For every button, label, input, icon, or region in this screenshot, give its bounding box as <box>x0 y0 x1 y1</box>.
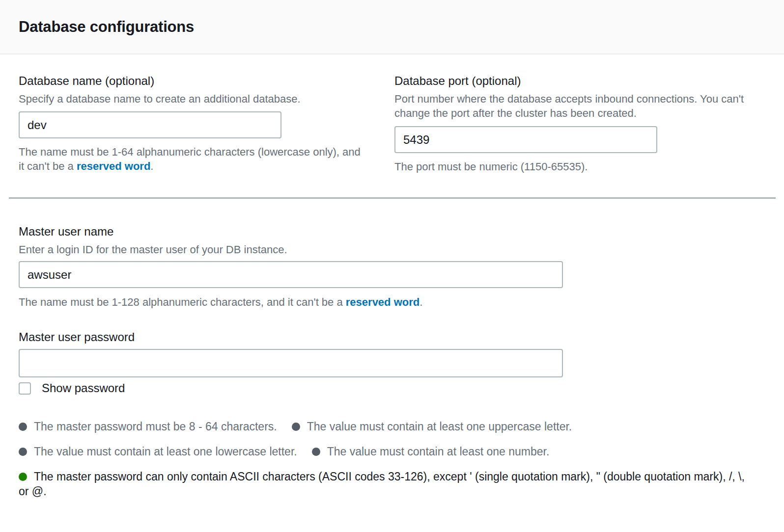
password-rule-item: The value must contain at least one lowe… <box>19 444 297 459</box>
database-port-label: Database port (optional) <box>394 74 752 88</box>
master-user-password-input[interactable] <box>19 349 563 377</box>
master-user-section: Master user name Enter a login ID for th… <box>19 224 746 396</box>
database-port-hint: The port must be numeric (1150-65535). <box>394 160 752 174</box>
master-user-name-label: Master user name <box>19 224 746 239</box>
bullet-icon <box>19 473 27 481</box>
section-divider <box>9 197 776 199</box>
password-rule-item: The master password can only contain ASC… <box>19 469 746 499</box>
database-name-field: Database name (optional) Specify a datab… <box>19 74 367 173</box>
show-password-label[interactable]: Show password <box>42 381 125 396</box>
panel-header: Database configurations <box>0 0 784 54</box>
database-name-input[interactable] <box>19 111 281 138</box>
show-password-checkbox[interactable] <box>19 382 31 395</box>
reserved-word-link[interactable]: reserved word <box>346 296 420 308</box>
bullet-icon <box>292 423 300 431</box>
database-port-field: Database port (optional) Port number whe… <box>394 74 752 174</box>
database-name-description: Specify a database name to create an add… <box>19 92 367 106</box>
hint-text-end: . <box>420 296 422 308</box>
database-name-label: Database name (optional) <box>19 74 367 88</box>
bullet-icon <box>312 448 320 456</box>
database-name-hint: The name must be 1-64 alphanumeric chara… <box>19 145 367 173</box>
bullet-icon <box>19 448 27 456</box>
password-rule-item: The value must contain at least one uppe… <box>292 419 572 434</box>
database-port-input[interactable] <box>394 126 657 153</box>
database-configurations-panel: Database configurations Database name (o… <box>0 0 784 532</box>
master-user-name-description: Enter a login ID for the master user of … <box>19 242 746 257</box>
hint-text: The name must be 1-64 alphanumeric chara… <box>19 146 361 172</box>
password-rule-item: The value must contain at least one numb… <box>312 444 550 459</box>
master-user-password-label: Master user password <box>19 330 746 345</box>
panel-title: Database configurations <box>19 18 194 36</box>
hint-text-end: . <box>150 160 153 172</box>
master-user-name-hint: The name must be 1-128 alphanumeric char… <box>19 295 746 309</box>
master-user-name-input[interactable] <box>19 261 563 288</box>
bullet-icon <box>19 423 27 431</box>
password-rules: The master password must be 8 - 64 chara… <box>19 419 746 499</box>
database-port-description: Port number where the database accepts i… <box>394 92 752 120</box>
reserved-word-link[interactable]: reserved word <box>77 160 150 172</box>
password-rule-item: The master password must be 8 - 64 chara… <box>19 419 277 434</box>
show-password-row: Show password <box>19 381 746 396</box>
hint-text: The name must be 1-128 alphanumeric char… <box>19 296 346 308</box>
